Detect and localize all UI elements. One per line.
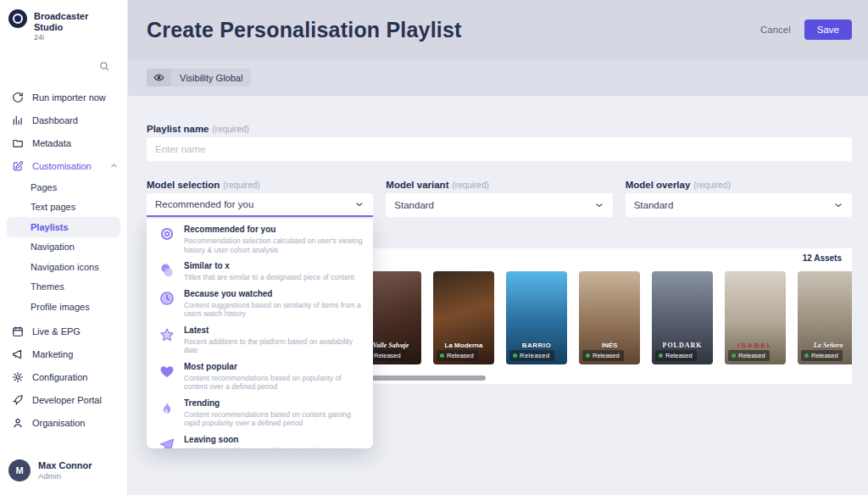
sidebar-item-playlists[interactable]: Playlists — [7, 217, 120, 237]
sidebar-item-organisation[interactable]: Organisation — [0, 412, 127, 435]
status-dot-icon — [804, 353, 809, 358]
cancel-button[interactable]: Cancel — [760, 25, 791, 35]
sidebar-item-profile-images[interactable]: Profile images — [0, 297, 127, 317]
sidebar-item-customisation[interactable]: Customisation — [0, 154, 127, 177]
app-logo-icon — [8, 9, 27, 28]
flame-icon — [159, 399, 175, 416]
asset-poster[interactable]: INÉS Released — [579, 271, 640, 364]
model-variant-field: Model variant(required) Standard — [386, 180, 612, 217]
main-area: Create Personalisation Playlist Cancel S… — [128, 0, 868, 495]
visibility-global-toggle[interactable]: Visibility Global — [147, 69, 251, 86]
playlist-name-input[interactable] — [147, 137, 852, 161]
sidebar-item-label: Dashboard — [32, 115, 78, 125]
playlist-name-label: Playlist name(required) — [147, 124, 852, 134]
option-most-popular[interactable]: Most popular Content recommendations bas… — [147, 359, 373, 395]
released-badge: Released — [582, 350, 624, 361]
chevron-down-icon — [354, 199, 364, 209]
sidebar-item-label: Customisation — [32, 161, 92, 171]
model-overlay-select[interactable]: Standard — [626, 193, 852, 217]
sidebar-item-label: Organisation — [32, 418, 85, 428]
option-because-you-watched[interactable]: Because you watched Content suggestions … — [147, 286, 373, 322]
model-variant-label: Model variant(required) — [386, 180, 612, 190]
released-badge: Released — [437, 350, 478, 361]
option-recommended-for-you[interactable]: Recommended for you Recommendation selec… — [147, 221, 373, 258]
released-badge: Released — [509, 350, 554, 361]
chevron-down-icon — [594, 200, 604, 210]
status-dot-icon — [732, 353, 736, 358]
page-header: Create Personalisation Playlist Cancel S… — [128, 0, 868, 59]
sidebar-item-label: Developer Portal — [32, 395, 102, 405]
sidebar-item-developer-portal[interactable]: Developer Portal — [0, 389, 127, 412]
gear-icon — [12, 371, 24, 383]
user-name: Max Connor — [38, 460, 92, 471]
model-selection-field: Model selection(required) Recommended fo… — [147, 180, 373, 217]
status-dot-icon — [586, 353, 590, 358]
edit-icon — [12, 160, 24, 172]
clock-icon — [159, 290, 175, 307]
paper-plane-icon — [159, 436, 175, 449]
sidebar-item-metadata[interactable]: Metadata — [0, 131, 127, 154]
playlist-name-field: Playlist name(required) — [147, 124, 852, 161]
option-trending[interactable]: Trending Content recommendations based o… — [147, 395, 373, 431]
calendar-icon — [12, 325, 24, 337]
sidebar-item-navigation-icons[interactable]: Navigation icons — [0, 257, 127, 277]
option-latest[interactable]: Latest Recent additions to the platform … — [147, 322, 373, 359]
sidebar: Broadcaster Studio 24i Run importer now … — [0, 0, 128, 495]
model-overlay-label: Model overlay(required) — [626, 180, 852, 190]
sidebar-item-marketing[interactable]: Marketing — [0, 343, 127, 366]
released-badge: Released — [655, 350, 697, 361]
megaphone-icon — [12, 348, 24, 360]
released-badge: Released — [728, 350, 770, 361]
user-profile[interactable]: M Max Connor Admin — [0, 459, 127, 495]
model-overlay-field: Model overlay(required) Standard — [626, 180, 852, 217]
target-circles-icon — [159, 225, 175, 242]
heart-icon — [159, 363, 175, 380]
sidebar-item-text-pages[interactable]: Text pages — [0, 197, 127, 218]
eye-icon — [147, 69, 171, 86]
model-selection-label: Model selection(required) — [147, 180, 373, 190]
asset-poster[interactable]: BARRIO Released — [506, 271, 567, 364]
model-selection-select[interactable]: Recommended for you — [147, 193, 373, 217]
star-icon — [159, 326, 175, 343]
chevron-up-icon — [109, 161, 119, 170]
sidebar-item-live-epg[interactable]: Live & EPG — [0, 320, 127, 343]
released-badge: Released — [801, 350, 843, 361]
avatar: M — [8, 459, 31, 481]
sidebar-item-configuration[interactable]: Configuration — [0, 366, 127, 389]
sidebar-item-pages[interactable]: Pages — [0, 177, 127, 197]
sidebar-item-label: Run importer now — [32, 92, 106, 103]
assets-count: 12 Assets — [803, 253, 842, 263]
asset-poster[interactable]: ISABEL Released — [725, 271, 786, 364]
chevron-down-icon — [833, 200, 843, 210]
form-content: Playlist name(required) Model selection(… — [128, 96, 868, 495]
sidebar-item-themes[interactable]: Themes — [0, 277, 127, 298]
option-leaving-soon[interactable]: Leaving soon Titles scheduled for remova… — [147, 431, 373, 449]
app-version: 24i — [34, 33, 119, 42]
sidebar-item-label: Configuration — [32, 372, 87, 382]
sidebar-item-label: Metadata — [32, 138, 71, 148]
model-variant-select[interactable]: Standard — [386, 193, 612, 217]
asset-poster[interactable]: La Moderna Released — [433, 271, 494, 364]
asset-poster[interactable]: La Señora Released — [798, 271, 852, 364]
sidebar-item-navigation[interactable]: Navigation — [0, 237, 127, 258]
person-icon — [12, 417, 24, 429]
model-selection-dropdown: Recommended for you Recommendation selec… — [147, 219, 373, 448]
save-button[interactable]: Save — [804, 19, 852, 40]
status-dot-icon — [659, 353, 663, 358]
option-similar-to-x[interactable]: Similar to x Titles that are similar to … — [147, 258, 373, 286]
folder-icon — [12, 137, 24, 149]
refresh-icon — [12, 92, 24, 103]
asset-poster[interactable]: POLDARK Released — [652, 271, 713, 364]
search-icon[interactable] — [98, 60, 110, 75]
overlapping-circles-icon — [159, 262, 175, 279]
sidebar-item-dashboard[interactable]: Dashboard — [0, 108, 127, 131]
status-dot-icon — [440, 353, 444, 358]
bar-chart-icon — [12, 114, 24, 126]
app-name: Broadcaster Studio — [34, 9, 119, 33]
visibility-global-label: Visibility Global — [171, 69, 251, 86]
visibility-toolbar: Visibility Global — [128, 59, 868, 96]
user-role: Admin — [38, 471, 92, 481]
sidebar-item-run-importer[interactable]: Run importer now — [0, 86, 127, 108]
status-dot-icon — [513, 353, 517, 358]
sidebar-nav: Run importer now Dashboard Metadata Cust… — [0, 86, 127, 435]
